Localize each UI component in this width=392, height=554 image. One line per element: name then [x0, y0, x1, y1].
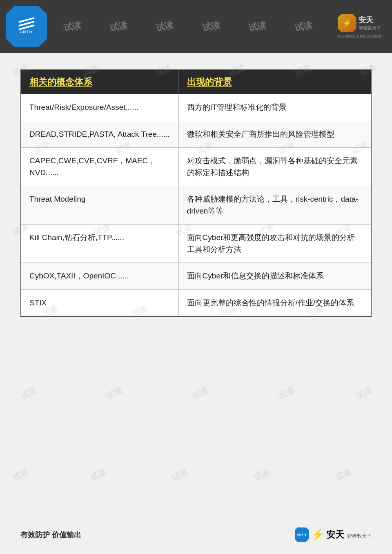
footer-brand-name: 安天: [326, 530, 344, 540]
cell-right-0: 西方的IT管理和标准化的背景: [178, 94, 371, 121]
brand-sub-text: 智者数天下: [359, 25, 381, 31]
brand-name-block: 安天 智者数天下: [359, 15, 381, 31]
cell-left-1: DREAD,STRIDE,PASTA, Attack Tree......: [21, 121, 178, 148]
header-wm-4: 试读: [201, 19, 221, 34]
table-row: Threat/Risk/Exposure/Asset......西方的IT管理和…: [21, 94, 371, 121]
main-content: 相关的概念体系 出现的背景 Threat/Risk/Exposure/Asset…: [0, 53, 392, 329]
cell-right-3: 各种威胁建模的方法论，工具，risk-centric，data-driven等等: [178, 186, 371, 225]
cell-left-5: CybOX,TAXII，OpenIOC......: [21, 263, 178, 290]
watermark-20: 试读: [19, 385, 38, 402]
watermark-25: 试读: [11, 467, 30, 483]
footer-brand-sub: 智者数天下: [347, 533, 372, 539]
cell-left-0: Threat/Risk/Exposure/Asset......: [21, 94, 178, 121]
watermark-29: 试读: [333, 467, 353, 483]
footer-brand-block: 安天 智者数天下: [326, 529, 372, 541]
watermark-28: 试读: [252, 467, 271, 483]
brand-chinese: 安天: [359, 15, 381, 25]
cell-left-4: Kill Chain,钻石分析,TTP......: [21, 225, 178, 263]
footer-tagline: 有效防护 价值输出: [20, 530, 81, 540]
cell-right-6: 面向更完整的综合性的情报分析/作业/交换的体系: [178, 289, 371, 316]
watermark-23: 试读: [276, 385, 296, 402]
footer: 有效防护 价值输出 ANTIY ⚡ 安天 智者数天下: [0, 527, 392, 542]
header: ANTIY 试读 试读 试读 试读 试读 试读 ⚡ 安天 智者数天下 安天网络安…: [0, 0, 392, 53]
header-wm-1: 试读: [62, 19, 82, 34]
header-wm-6: 试读: [294, 19, 314, 34]
antiy-logo: ANTIY: [6, 6, 47, 47]
top-subtitle: 安天网络安全冬训营第四期: [337, 34, 381, 39]
cell-right-4: 面向Cyber和更高强度的攻击和对抗的场景的分析工具和分析方法: [178, 225, 371, 263]
table-row: CybOX,TAXII，OpenIOC......面向Cyber和信息交换的描述…: [21, 263, 371, 290]
logo-lines: [18, 19, 35, 28]
watermark-22: 试读: [190, 385, 210, 402]
header-wm-2: 试读: [109, 19, 129, 34]
table-row: Threat Modeling各种威胁建模的方法论，工具，risk-centri…: [21, 186, 371, 225]
brand-icon: ⚡: [338, 14, 356, 32]
logo-label: ANTIY: [20, 30, 33, 34]
footer-logo: ANTIY ⚡ 安天 智者数天下: [295, 527, 372, 542]
table-row: DREAD,STRIDE,PASTA, Attack Tree......微软和…: [21, 121, 371, 148]
col2-header: 出现的背景: [178, 70, 371, 94]
cell-right-5: 面向Cyber和信息交换的描述和标准体系: [178, 263, 371, 290]
table-row: CAPEC,CWE,CVE,CVRF，MAEC，NVD......对攻击模式，脆…: [21, 148, 371, 186]
watermark-26: 试读: [88, 467, 108, 483]
watermark-24: 试读: [354, 385, 373, 402]
cell-left-2: CAPEC,CWE,CVE,CVRF，MAEC，NVD......: [21, 148, 178, 186]
table-row: STIX面向更完整的综合性的情报分析/作业/交换的体系: [21, 289, 371, 316]
table-row: Kill Chain,钻石分析,TTP......面向Cyber和更高强度的攻击…: [21, 225, 371, 263]
cell-right-2: 对攻击模式，脆弱点，漏洞等各种基础的安全元素的标定和描述结构: [178, 148, 371, 186]
footer-antiy-icon: ANTIY: [295, 527, 309, 542]
watermark-21: 试读: [105, 385, 124, 402]
cell-right-1: 微软和相关安全厂商所推出的风险管理模型: [178, 121, 371, 148]
cell-left-6: STIX: [21, 289, 178, 316]
footer-lightning-icon: ⚡: [311, 528, 324, 541]
header-wm-3: 试读: [155, 19, 175, 34]
header-wm-5: 试读: [247, 19, 267, 34]
concepts-table: 相关的概念体系 出现的背景 Threat/Risk/Exposure/Asset…: [20, 69, 372, 317]
watermark-27: 试读: [170, 467, 189, 483]
cell-left-3: Threat Modeling: [21, 186, 178, 225]
col1-header: 相关的概念体系: [21, 70, 178, 94]
top-right-logo: ⚡ 安天 智者数天下 安天网络安全冬训营第四期: [333, 6, 386, 47]
